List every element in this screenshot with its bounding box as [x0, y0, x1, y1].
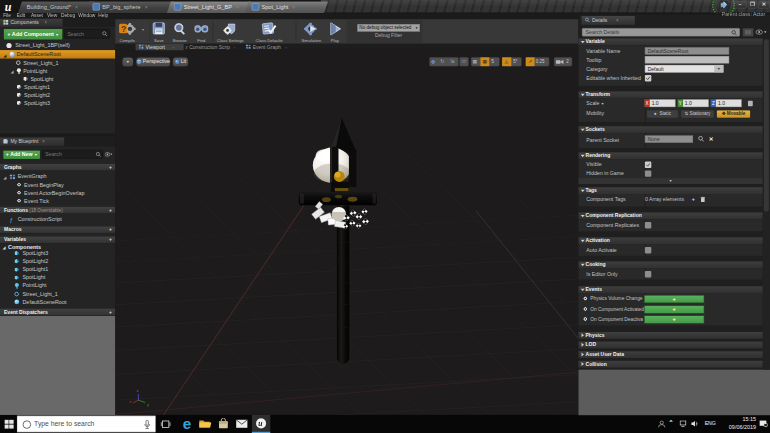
svg-text:z: z — [137, 389, 139, 393]
svg-text:y: y — [147, 403, 149, 407]
svg-text:?: ? — [121, 24, 126, 34]
svg-text:x: x — [130, 400, 132, 404]
svg-text:u: u — [258, 419, 262, 428]
